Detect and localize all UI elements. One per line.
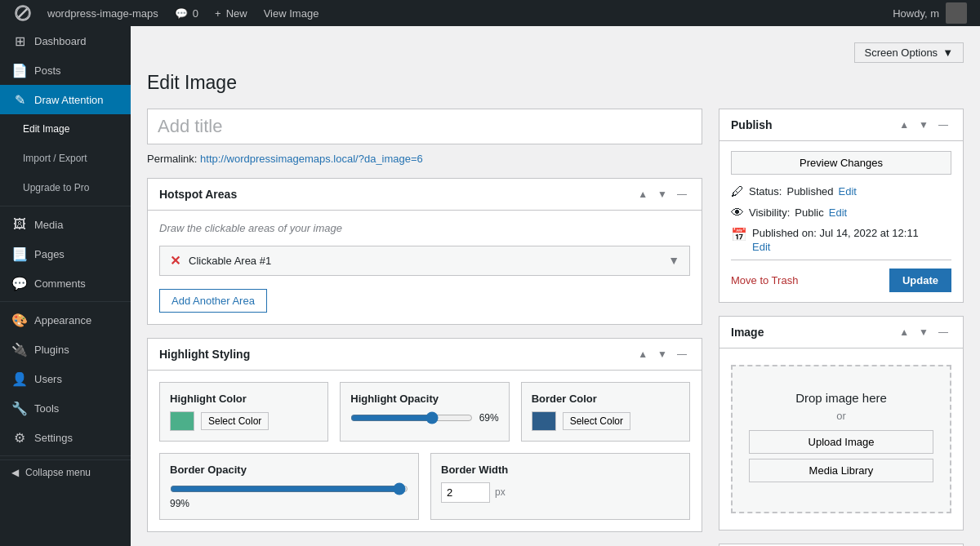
visibility-row: 👁 Visibility: Public Edit bbox=[731, 206, 951, 220]
status-row: 🖊 Status: Published Edit bbox=[731, 184, 951, 199]
highlight-styling-header[interactable]: Highlight Styling ▲ ▼ — bbox=[148, 339, 702, 371]
sidebar-item-dashboard[interactable]: ⊞ Dashboard bbox=[0, 26, 131, 55]
image-collapse-down-btn[interactable]: ▼ bbox=[915, 325, 932, 340]
sidebar-item-draw-attention[interactable]: ✎ Draw Attention bbox=[0, 85, 131, 114]
sidebar-item-media[interactable]: 🖼 Media bbox=[0, 210, 131, 239]
status-icon: 🖊 bbox=[731, 184, 744, 199]
hotspot-areas-title: Hotspot Areas bbox=[159, 188, 237, 201]
sidebar-sub-edit-image[interactable]: Edit Image bbox=[0, 114, 131, 144]
highlight-collapse-up-btn[interactable]: ▲ bbox=[635, 347, 651, 362]
published-info: Published on: Jul 14, 2022 at 12:11 Edit bbox=[752, 227, 919, 253]
publish-collapse-down-btn[interactable]: ▼ bbox=[915, 118, 932, 132]
border-color-select-button[interactable]: Select Color bbox=[563, 412, 630, 430]
calendar-icon: 📅 bbox=[731, 227, 747, 242]
published-edit-link[interactable]: Edit bbox=[752, 241, 919, 253]
hotspot-areas-header[interactable]: Hotspot Areas ▲ ▼ — bbox=[148, 179, 702, 211]
sidebar-item-plugins[interactable]: 🔌 Plugins bbox=[0, 335, 131, 364]
menu-divider-3 bbox=[0, 455, 131, 456]
appearance-icon: 🎨 bbox=[11, 312, 28, 328]
status-edit-link[interactable]: Edit bbox=[839, 185, 857, 198]
border-opacity-item: Border Opacity 99% bbox=[159, 453, 419, 520]
published-date: Jul 14, 2022 at 12:11 bbox=[819, 227, 918, 239]
border-width-row: px bbox=[441, 482, 679, 503]
content-grid: Permalink: http://wordpressimagemaps.loc… bbox=[147, 109, 964, 546]
image-toggle-btn[interactable]: — bbox=[935, 325, 951, 340]
metabox-controls: ▲ ▼ — bbox=[635, 187, 690, 202]
border-opacity-label: Border Opacity bbox=[170, 464, 247, 476]
highlight-opacity-slider[interactable] bbox=[350, 411, 472, 424]
sidebar-sub-import-export[interactable]: Import / Export bbox=[0, 144, 131, 173]
drop-zone-or: or bbox=[749, 410, 933, 422]
post-title-input[interactable] bbox=[147, 109, 702, 144]
new-item[interactable]: + New bbox=[207, 0, 256, 26]
border-width-item: Border Width px bbox=[430, 453, 690, 520]
sidebar-sub-upgrade[interactable]: Upgrade to Pro bbox=[0, 173, 131, 202]
sidebar-item-settings[interactable]: ⚙ Settings bbox=[0, 423, 131, 452]
sidebar-item-appearance[interactable]: 🎨 Appearance bbox=[0, 305, 131, 335]
publish-panel-title: Publish bbox=[731, 118, 773, 131]
highlight-color-select-button[interactable]: Select Color bbox=[201, 412, 269, 430]
media-library-button[interactable]: Media Library bbox=[749, 459, 933, 482]
publish-panel-content: Preview Changes 🖊 Status: Published Edit… bbox=[719, 141, 963, 302]
screen-options-label: Screen Options bbox=[865, 47, 938, 59]
comments-item[interactable]: 💬 0 bbox=[167, 0, 207, 26]
metabox-collapse-down-btn[interactable]: ▼ bbox=[654, 187, 670, 202]
drop-zone-title: Drop image here bbox=[749, 391, 933, 405]
upload-image-button[interactable]: Upload Image bbox=[749, 430, 933, 454]
visibility-edit-link[interactable]: Edit bbox=[829, 206, 847, 219]
permalink-link[interactable]: http://wordpressimagemaps.local/?da_imag… bbox=[200, 153, 423, 165]
sidebar-item-users[interactable]: 👤 Users bbox=[0, 364, 131, 393]
screen-options-chevron: ▼ bbox=[942, 47, 953, 59]
publish-panel: Publish ▲ ▼ — Preview Changes 🖊 Status: … bbox=[719, 109, 964, 303]
move-to-trash-link[interactable]: Move to Trash bbox=[731, 274, 798, 286]
image-collapse-up-btn[interactable]: ▲ bbox=[896, 325, 912, 340]
sidebar-label-tools: Tools bbox=[34, 402, 59, 415]
border-width-input[interactable] bbox=[441, 482, 490, 503]
metabox-collapse-up-btn[interactable]: ▲ bbox=[635, 187, 651, 202]
view-image-item[interactable]: View Image bbox=[256, 0, 327, 26]
sidebar-label-comments: Comments bbox=[34, 277, 86, 290]
preview-changes-button[interactable]: Preview Changes bbox=[731, 151, 951, 175]
sidebar-label-plugins: Plugins bbox=[34, 344, 69, 356]
screen-options-button[interactable]: Screen Options ▼ bbox=[854, 42, 964, 63]
highlight-opacity-item: Highlight Opacity 69% bbox=[340, 382, 509, 442]
sidebar-label-draw-attention: Draw Attention bbox=[34, 94, 104, 106]
comments-icon: 💬 bbox=[11, 275, 28, 291]
area-expand-button[interactable]: ▼ bbox=[668, 254, 679, 267]
status-value: Published bbox=[786, 185, 833, 198]
update-button[interactable]: Update bbox=[889, 269, 951, 292]
sidebar-item-comments[interactable]: 💬 Comments bbox=[0, 269, 131, 298]
sidebar-item-tools[interactable]: 🔧 Tools bbox=[0, 393, 131, 423]
collapse-menu-item[interactable]: ◀ Collapse menu bbox=[0, 459, 131, 485]
publish-panel-header[interactable]: Publish ▲ ▼ — bbox=[719, 109, 963, 141]
opacity-display: 69% bbox=[350, 411, 498, 424]
sidebar-item-pages[interactable]: 📃 Pages bbox=[0, 239, 131, 269]
site-name-item[interactable]: wordpress-image-maps bbox=[39, 0, 167, 26]
border-color-item: Border Color Select Color bbox=[521, 382, 690, 442]
image-panel-controls: ▲ ▼ — bbox=[896, 325, 951, 340]
border-color-swatch bbox=[532, 411, 556, 431]
image-panel-content: Drop image here or Upload Image Media Li… bbox=[719, 348, 963, 530]
sidebar-item-posts[interactable]: 📄 Posts bbox=[0, 55, 131, 85]
permalink-bar: Permalink: http://wordpressimagemaps.loc… bbox=[147, 153, 702, 165]
highlight-toggle-btn[interactable]: — bbox=[674, 347, 690, 362]
px-label: px bbox=[495, 486, 506, 498]
collapse-label: Collapse menu bbox=[25, 467, 91, 478]
border-opacity-slider[interactable] bbox=[170, 482, 408, 495]
publish-toggle-btn[interactable]: — bbox=[935, 118, 951, 132]
wp-logo-item[interactable] bbox=[7, 0, 39, 26]
image-drop-zone: Drop image here or Upload Image Media Li… bbox=[731, 365, 951, 513]
hotspot-areas-content: Draw the clickable areas of your image ✕… bbox=[148, 211, 702, 324]
draw-attention-icon: ✎ bbox=[11, 91, 28, 108]
image-panel-header[interactable]: Image ▲ ▼ — bbox=[719, 317, 963, 348]
highlight-collapse-down-btn[interactable]: ▼ bbox=[654, 347, 670, 362]
sidebar-label-dashboard: Dashboard bbox=[34, 35, 87, 47]
metabox-toggle-btn[interactable]: — bbox=[674, 187, 690, 202]
styling-grid-row1: Highlight Color Select Color Highlight O… bbox=[159, 382, 690, 442]
border-opacity-value: 99% bbox=[170, 498, 408, 509]
area-delete-button[interactable]: ✕ bbox=[170, 253, 180, 269]
main-content: Screen Options ▼ Edit Image Permalink: h… bbox=[131, 26, 980, 546]
add-another-area-button[interactable]: Add Another Area bbox=[159, 289, 267, 313]
highlight-metabox-controls: ▲ ▼ — bbox=[635, 347, 690, 362]
publish-collapse-up-btn[interactable]: ▲ bbox=[896, 118, 912, 132]
